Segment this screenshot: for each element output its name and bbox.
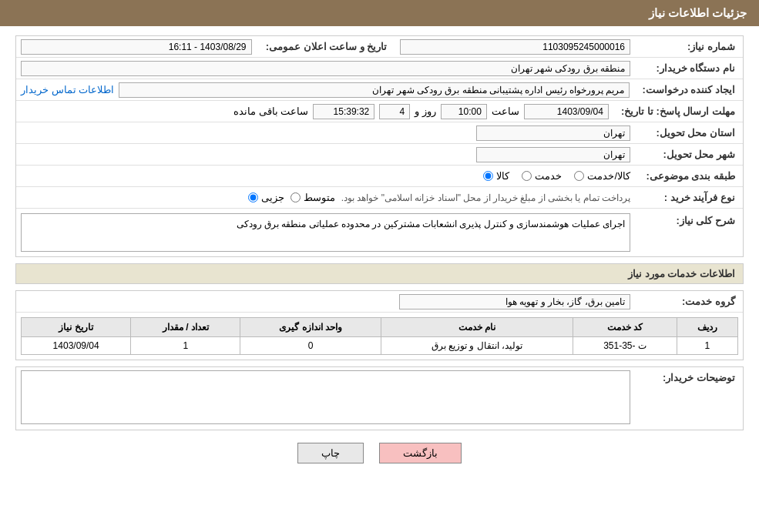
- col-header-unit: واحد اندازه گیری: [240, 318, 381, 337]
- radio-khedmat-label: خدمت: [535, 170, 562, 182]
- need-desc-value-cell: اجرای عملیات هوشمندسازی و کنترل پذیری ان…: [16, 212, 635, 253]
- reply-remaining-label: ساعت باقی مانده: [233, 105, 308, 117]
- buyer-notes-row: توضیحات خریدار:: [16, 367, 743, 430]
- need-desc-box: اجرای عملیات هوشمندسازی و کنترل پذیری ان…: [21, 213, 630, 252]
- province-value-cell: [16, 124, 635, 142]
- need-number-value-cell: [395, 38, 636, 56]
- col-header-qty: تعداد / مقدار: [131, 318, 240, 337]
- radio-motavasset-input[interactable]: [291, 192, 301, 202]
- requester-label: ایجاد کننده درخواست:: [634, 81, 743, 99]
- need-desc-label: شرح کلی نیاز:: [635, 212, 743, 229]
- col-header-code: کد خدمت: [573, 318, 677, 337]
- buyer-notes-label: توضیحات خریدار:: [635, 367, 743, 388]
- cell-row: 1: [677, 337, 737, 355]
- reply-time-label: ساعت: [492, 105, 519, 117]
- reply-days-input[interactable]: [379, 104, 410, 119]
- requester-link[interactable]: اطلاعات تماس خریدار: [21, 84, 114, 95]
- radio-kala-input[interactable]: [483, 171, 493, 181]
- service-group-input[interactable]: [399, 294, 630, 309]
- cell-date: 1403/09/04: [22, 337, 131, 355]
- row-requester: ایجاد کننده درخواست: اطلاعات تماس خریدار: [16, 79, 743, 101]
- buyer-name-input[interactable]: [21, 61, 630, 76]
- row-purchase-type: نوع فرآیند خرید : پرداخت تمام یا بخشی از…: [16, 187, 743, 209]
- radio-kala-khedmat-input[interactable]: [574, 171, 584, 181]
- services-table-wrapper: ردیف کد خدمت نام خدمت واحد اندازه گیری ت…: [16, 313, 743, 360]
- radio-jozee: جزیی: [248, 192, 284, 203]
- radio-kala-khedmat: کالا/خدمت: [574, 170, 630, 182]
- radio-motavasset-label: متوسط: [304, 192, 335, 203]
- row-city: شهر محل تحویل:: [16, 144, 743, 166]
- page-wrapper: جزئیات اطلاعات نیاز شماره نیاز: تاریخ و …: [0, 0, 759, 532]
- service-group-label: گروه خدمت:: [635, 293, 743, 310]
- announce-date-input[interactable]: [21, 39, 252, 55]
- radio-jozee-input[interactable]: [248, 192, 258, 202]
- need-number-input[interactable]: [400, 39, 631, 55]
- reply-deadline-label: مهلت ارسال پاسخ: تا تاریخ:: [613, 102, 743, 120]
- reply-date-input[interactable]: [524, 104, 609, 119]
- col-header-date: تاریخ نیاز: [22, 318, 131, 337]
- page-header: جزئیات اطلاعات نیاز: [0, 0, 759, 26]
- col-header-name: نام خدمت: [381, 318, 573, 337]
- requester-input[interactable]: [119, 82, 630, 98]
- reply-remaining-input[interactable]: [313, 104, 374, 119]
- row-need-desc: شرح کلی نیاز: اجرای عملیات هوشمندسازی و …: [16, 209, 743, 256]
- announce-date-cell: [16, 38, 257, 56]
- city-label: شهر محل تحویل:: [635, 146, 743, 163]
- city-value-cell: [16, 146, 635, 164]
- services-section-title: اطلاعات خدمات مورد نیاز: [15, 263, 744, 284]
- cell-code: ت -35-351: [573, 337, 677, 355]
- col-header-row: ردیف: [677, 318, 737, 337]
- buyer-notes-section: توضیحات خریدار:: [15, 366, 744, 430]
- radio-kala: کالا: [483, 170, 509, 182]
- row-category: طبقه بندی موضوعی: کالا/خدمت خدمت کالا: [16, 166, 743, 187]
- cell-qty: 1: [131, 337, 240, 355]
- page-title: جزئیات اطلاعات نیاز: [649, 6, 747, 19]
- row-reply-deadline: مهلت ارسال پاسخ: تا تاریخ: ساعت روز و سا…: [16, 101, 743, 122]
- buyer-notes-value-cell: [16, 367, 635, 430]
- reply-days-label: روز و: [415, 105, 436, 117]
- need-number-label: شماره نیاز:: [635, 38, 743, 55]
- radio-khedmat-input[interactable]: [522, 171, 532, 181]
- row-need-number: شماره نیاز: تاریخ و ساعت اعلان عمومی:: [16, 36, 743, 58]
- service-group-value-cell: [16, 293, 635, 311]
- radio-jozee-label: جزیی: [261, 192, 284, 203]
- purchase-note: پرداخت تمام یا بخشی از مبلغ خریدار از مح…: [341, 192, 630, 203]
- cell-unit: 0: [240, 337, 381, 355]
- buyer-name-value-cell: [16, 59, 635, 78]
- group-row: گروه خدمت:: [16, 291, 743, 313]
- announce-date-label: تاریخ و ساعت اعلان عمومی:: [257, 38, 395, 55]
- city-input[interactable]: [476, 147, 630, 162]
- reply-deadline-value-cell: ساعت روز و ساعت باقی مانده: [16, 102, 613, 121]
- radio-kala-khedmat-label: کالا/خدمت: [587, 170, 630, 182]
- need-desc-text: اجرای عملیات هوشمندسازی و کنترل پذیری ان…: [237, 219, 625, 229]
- services-table: ردیف کد خدمت نام خدمت واحد اندازه گیری ت…: [21, 317, 738, 355]
- row-buyer-name: نام دستگاه خریدار:: [16, 58, 743, 79]
- main-content: شماره نیاز: تاریخ و ساعت اعلان عمومی: نا…: [0, 26, 759, 485]
- requester-value-cell: اطلاعات تماس خریدار: [16, 81, 634, 99]
- province-label: استان محل تحویل:: [635, 124, 743, 142]
- cell-name: تولید، انتقال و توزیع برق: [381, 337, 573, 355]
- reply-time-input[interactable]: [441, 104, 487, 119]
- category-label: طبقه بندی موضوعی:: [635, 167, 743, 185]
- services-section: گروه خدمت: ردیف کد خدمت نام خدمت واحد ان…: [15, 290, 744, 360]
- purchase-type-value-cell: پرداخت تمام یا بخشی از مبلغ خریدار از مح…: [16, 190, 635, 205]
- buyer-notes-textarea[interactable]: [21, 370, 630, 424]
- radio-motavasset: متوسط: [291, 192, 335, 203]
- category-value-cell: کالا/خدمت خدمت کالا: [16, 169, 635, 183]
- back-button[interactable]: بازگشت: [379, 443, 462, 463]
- print-button[interactable]: چاپ: [297, 443, 364, 463]
- radio-kala-label: کالا: [496, 170, 509, 182]
- purchase-type-label: نوع فرآیند خرید :: [635, 189, 743, 206]
- table-header-row: ردیف کد خدمت نام خدمت واحد اندازه گیری ت…: [22, 318, 738, 337]
- table-row: 1 ت -35-351 تولید، انتقال و توزیع برق 0 …: [22, 337, 738, 355]
- footer-buttons: بازگشت چاپ: [15, 443, 744, 463]
- province-input[interactable]: [476, 125, 630, 141]
- radio-khedmat: خدمت: [522, 170, 562, 182]
- buyer-name-label: نام دستگاه خریدار:: [635, 59, 743, 77]
- row-province: استان محل تحویل:: [16, 122, 743, 144]
- main-form-section: شماره نیاز: تاریخ و ساعت اعلان عمومی: نا…: [15, 35, 744, 257]
